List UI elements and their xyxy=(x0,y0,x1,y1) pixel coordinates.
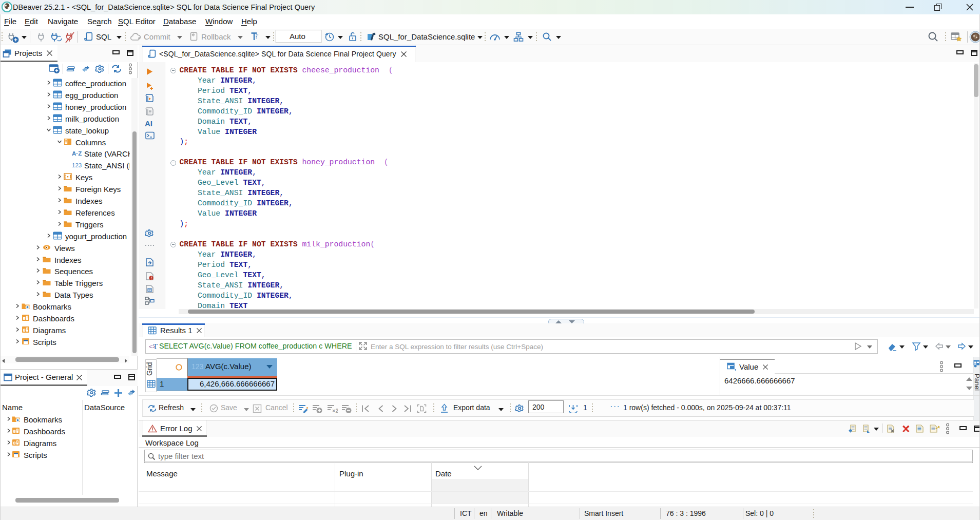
svg-text:T: T xyxy=(153,342,158,351)
svg-text:×2: ×2 xyxy=(332,408,338,414)
